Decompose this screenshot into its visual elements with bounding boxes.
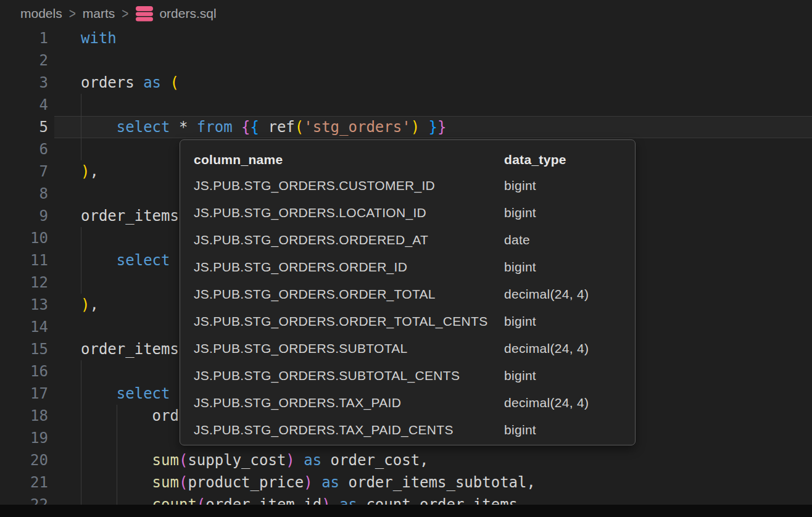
hover-table-header: column_name data_type xyxy=(180,147,635,172)
column-name-cell: JS.PUB.STG_ORDERS.ORDER_TOTAL xyxy=(180,287,504,302)
token-id: product_price xyxy=(188,474,304,491)
token-id xyxy=(295,452,304,469)
code-text: ), xyxy=(48,294,99,316)
line-number[interactable]: 3 xyxy=(0,72,48,94)
file-name: orders.sql xyxy=(159,6,216,21)
line-number[interactable]: 4 xyxy=(0,94,48,116)
code-text: with xyxy=(48,27,117,49)
breadcrumb-item-file[interactable]: orders.sql xyxy=(135,6,216,22)
code-line[interactable]: 1with xyxy=(0,27,812,49)
code-text: ), xyxy=(48,160,99,183)
code-text xyxy=(48,271,81,294)
token-id xyxy=(81,118,117,136)
line-number[interactable]: 15 xyxy=(0,338,48,360)
token-fn: sum xyxy=(152,452,179,469)
code-text xyxy=(48,183,81,205)
token-id: , xyxy=(89,163,98,180)
line-number[interactable]: 7 xyxy=(0,160,48,183)
code-text: orders as ( xyxy=(48,72,179,94)
panel-divider xyxy=(0,505,812,517)
hover-table-row: JS.PUB.STG_ORDERS.TAX_PAID_CENTSbigint xyxy=(180,416,635,444)
code-line[interactable]: 20 sum(supply_cost) as order_cost, xyxy=(0,449,812,471)
indent-guide xyxy=(81,360,81,505)
line-number[interactable]: 1 xyxy=(0,27,48,49)
breadcrumb-item-marts[interactable]: marts xyxy=(83,6,115,21)
token-id xyxy=(233,118,241,136)
code-text xyxy=(48,227,81,249)
token-id: * xyxy=(170,118,197,136)
token-b2: ( xyxy=(179,452,188,469)
hover-table-row: JS.PUB.STG_ORDERS.ORDER_TOTALdecimal(24,… xyxy=(180,281,635,308)
column-name-cell: JS.PUB.STG_ORDERS.SUBTOTAL xyxy=(180,341,504,356)
code-line[interactable]: 21 sum(product_price) as order_items_sub… xyxy=(0,471,812,494)
line-number[interactable]: 10 xyxy=(0,227,48,249)
code-text: sum(product_price) as order_items_subtot… xyxy=(48,471,536,494)
data-type-cell: bigint xyxy=(504,260,536,275)
hover-table-row: JS.PUB.STG_ORDERS.CUSTOMER_IDbigint xyxy=(180,172,635,199)
column-name-cell: JS.PUB.STG_ORDERS.TAX_PAID_CENTS xyxy=(180,423,504,437)
line-number[interactable]: 2 xyxy=(0,49,48,72)
code-text xyxy=(48,360,81,383)
line-number[interactable]: 20 xyxy=(0,449,48,471)
code-text: sum(supply_cost) as order_cost, xyxy=(48,449,429,471)
code-text: order_items xyxy=(48,205,179,227)
hover-table-row: JS.PUB.STG_ORDERS.ORDERED_ATdate xyxy=(180,226,635,254)
data-type-cell: decimal(24, 4) xyxy=(504,287,589,302)
chevron-right-icon: > xyxy=(69,5,76,22)
token-id xyxy=(161,74,170,91)
column-name-header: column_name xyxy=(180,152,504,167)
token-fn: sum xyxy=(152,474,179,491)
code-line[interactable]: 2 xyxy=(0,49,812,72)
database-icon xyxy=(135,6,154,22)
token-str: 'stg_orders' xyxy=(304,118,410,136)
hover-column-table[interactable]: column_name data_type JS.PUB.STG_ORDERS.… xyxy=(180,139,636,445)
line-number[interactable]: 8 xyxy=(0,183,48,205)
token-id xyxy=(420,118,428,136)
line-number[interactable]: 18 xyxy=(0,405,48,427)
line-number[interactable]: 21 xyxy=(0,471,48,494)
token-id: order_items xyxy=(81,207,179,225)
line-number[interactable]: 5 xyxy=(0,116,48,138)
line-number[interactable]: 17 xyxy=(0,383,48,405)
line-number[interactable]: 19 xyxy=(0,427,48,449)
data-type-cell: bigint xyxy=(504,178,536,193)
code-text xyxy=(48,138,81,160)
token-kw: from xyxy=(197,118,233,136)
code-text: select xyxy=(48,249,170,271)
token-kw: select xyxy=(117,252,170,269)
column-name-cell: JS.PUB.STG_ORDERS.LOCATION_ID xyxy=(180,205,504,220)
token-id: supply_cost xyxy=(188,452,286,469)
token-id: orders xyxy=(81,74,143,91)
token-id: order_items_subtotal, xyxy=(339,474,536,491)
line-number[interactable]: 14 xyxy=(0,316,48,338)
data-type-cell: decimal(24, 4) xyxy=(504,341,589,356)
indent-guide xyxy=(117,405,117,505)
breadcrumb-item-models[interactable]: models xyxy=(20,6,62,21)
token-id: order_cost, xyxy=(321,452,428,469)
data-type-cell: bigint xyxy=(504,368,536,383)
line-number[interactable]: 13 xyxy=(0,294,48,316)
code-line[interactable]: 5 select * from {{ ref('stg_orders') }} xyxy=(0,116,812,138)
hover-table-row: JS.PUB.STG_ORDERS.TAX_PAIDdecimal(24, 4) xyxy=(180,389,635,416)
code-text: select xyxy=(48,383,170,405)
column-name-cell: JS.PUB.STG_ORDERS.ORDERED_AT xyxy=(180,233,504,247)
token-id xyxy=(81,252,117,269)
token-b2: } xyxy=(437,118,446,136)
line-number[interactable]: 6 xyxy=(0,138,48,160)
data-type-cell: bigint xyxy=(504,314,536,329)
token-b1: ( xyxy=(170,74,179,91)
token-kw: as xyxy=(143,74,161,91)
line-number[interactable]: 12 xyxy=(0,271,48,294)
code-line[interactable]: 4 xyxy=(0,94,812,116)
line-number[interactable]: 16 xyxy=(0,360,48,383)
code-text: select * from {{ ref('stg_orders') }} xyxy=(48,116,446,138)
code-line[interactable]: 3orders as ( xyxy=(0,72,812,94)
line-number[interactable]: 9 xyxy=(0,205,48,227)
column-name-cell: JS.PUB.STG_ORDERS.ORDER_ID xyxy=(180,260,504,275)
token-b2: ) xyxy=(304,474,312,491)
token-b3: { xyxy=(251,118,259,136)
column-name-cell: JS.PUB.STG_ORDERS.TAX_PAID xyxy=(180,395,504,410)
token-kw: as xyxy=(321,474,339,491)
line-number[interactable]: 11 xyxy=(0,249,48,271)
chevron-right-icon: > xyxy=(122,5,128,22)
